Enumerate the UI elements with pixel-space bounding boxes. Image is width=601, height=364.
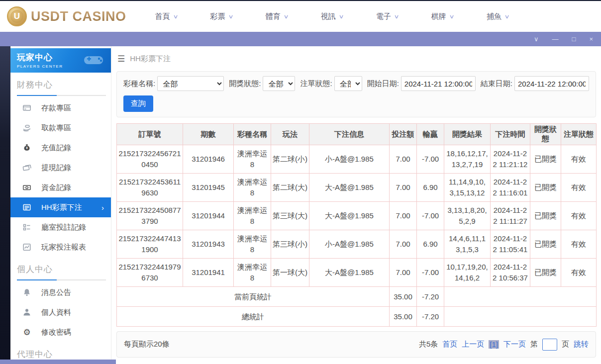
nav-item-lottery[interactable]: 彩票 ∨ — [210, 12, 233, 21]
cell-order-id: 2152173224508773790 — [117, 202, 183, 230]
jump-link[interactable]: 跳转 — [574, 340, 589, 349]
withdrawal-record-icon — [22, 163, 31, 172]
total-count: 共5条 — [419, 340, 438, 349]
table-row: 2152173224567210450 31201946 澳洲幸运8 第二球(小… — [117, 145, 597, 174]
section-title-agent: 代理中心 — [17, 349, 111, 360]
page-jump-prefix: 第 — [530, 340, 538, 349]
col-bet-time: 下注時間 — [491, 124, 530, 145]
chevron-down-icon: ∨ — [338, 13, 344, 20]
window-dropdown-icon[interactable]: ∨ — [534, 36, 539, 42]
sidebar-item-deposit[interactable]: 存款專區 — [10, 98, 111, 118]
cell-result: 3,13,1,8,20,5,2,9 — [444, 202, 491, 230]
filter-row: 彩種名稱: 全部 開獎狀態: 全部 注單狀態: 全部 開始日期: 結束日期: — [123, 76, 589, 91]
cell-amount: 7.00 — [390, 259, 417, 287]
sidebar-item-label: 存款專區 — [41, 103, 71, 113]
cell-period: 31201946 — [183, 145, 234, 174]
withdraw-icon — [22, 123, 31, 132]
summary-win-loss: -7.20 — [417, 287, 444, 307]
nav-item-home[interactable]: 首頁 ∨ — [155, 12, 178, 21]
sidebar-item-player-bet-report[interactable]: 玩家投注報表 — [10, 237, 111, 257]
section-title-personal: 個人中心 — [17, 264, 111, 275]
funds-record-icon — [22, 183, 31, 192]
breadcrumb: ☰ HH彩票下注 — [111, 46, 601, 71]
page-number-input[interactable] — [542, 339, 557, 351]
cell-draw-status: 已開獎 — [530, 259, 561, 287]
summary-label: 總統計 — [117, 307, 390, 327]
order-status-select[interactable]: 全部 — [334, 76, 362, 91]
nav-label: 彩票 — [210, 12, 225, 21]
sidebar-item-label: 提現記錄 — [41, 163, 71, 173]
sidebar-item-recharge-record[interactable]: ¥ 充值記錄 — [10, 138, 111, 158]
draw-status-select[interactable]: 全部 — [263, 76, 295, 91]
nav-item-chess[interactable]: 棋牌 ∨ — [431, 12, 454, 21]
sidebar-item-label: 取款專區 — [41, 123, 71, 133]
nav-item-sports[interactable]: 體育 ∨ — [266, 12, 288, 21]
next-page-link[interactable]: 下一页 — [503, 340, 526, 349]
main-area: 玩家中心 PLAYERS CENTER 財務中心 存款專區 取款專區 ¥ 充值記… — [0, 46, 601, 364]
menu-toggle-icon[interactable]: ☰ — [117, 54, 125, 64]
cell-order-id: 2152173224567210450 — [117, 145, 183, 174]
sidebar-item-label: 個人資料 — [41, 308, 71, 317]
sidebar-item-hh-lottery-bet[interactable]: HH彩票下注 › — [10, 197, 111, 217]
summary-empty — [444, 287, 597, 307]
col-order-id: 訂單號 — [117, 124, 183, 145]
sidebar-item-change-password[interactable]: ⚙ 修改密碼 — [10, 322, 111, 342]
col-amount: 投注額 — [390, 124, 417, 145]
player-report-icon — [22, 243, 31, 252]
sidebar-item-room-bet-record[interactable]: 廳室投註記錄 — [10, 217, 111, 237]
window-maximize-icon[interactable]: □ — [572, 36, 576, 42]
cell-lottery: 澳洲幸运8 — [234, 230, 271, 259]
nav-label: 視訊 — [321, 12, 336, 21]
section-divider — [17, 279, 106, 280]
cell-bet-time: 2024-11-22 11:16:01 — [491, 174, 530, 202]
top-navigation: U USDT CASINO 首頁 ∨ 彩票 ∨ 體育 ∨ 視訊 ∨ 電子 ∨ 棋… — [0, 0, 601, 32]
current-page-indicator: [1] — [489, 340, 499, 349]
search-button[interactable]: 查詢 — [123, 95, 153, 112]
end-date-input[interactable] — [514, 76, 589, 91]
coin-logo-icon: U — [7, 6, 27, 26]
window-minimize-icon[interactable]: — — [552, 36, 559, 42]
cell-amount: 7.00 — [390, 202, 417, 230]
cell-order-status: 有效 — [561, 174, 597, 202]
sidebar-item-profile[interactable]: 個人資料 — [10, 302, 111, 322]
cell-bet-info: 大-A盤@1.985 — [309, 174, 390, 202]
current-page-summary-row: 當前頁統計 35.00 -7.20 — [117, 287, 597, 307]
summary-amount: 35.00 — [390, 307, 417, 327]
start-date-label: 開始日期: — [367, 79, 399, 89]
cell-bet-time: 2024-11-22 10:56:37 — [491, 259, 530, 287]
start-date-input[interactable] — [401, 76, 476, 91]
col-lottery: 彩種名稱 — [234, 124, 271, 145]
cell-bet-info: 小-A盤@1.985 — [309, 230, 390, 259]
brand-logo[interactable]: U USDT CASINO — [7, 6, 126, 26]
nav-item-electronic[interactable]: 電子 ∨ — [376, 12, 399, 21]
background-strip — [0, 46, 10, 364]
brand-name: USDT CASINO — [31, 9, 126, 24]
col-draw-status: 開獎狀態 — [530, 124, 561, 145]
lottery-name-select[interactable]: 全部 — [157, 76, 224, 91]
cell-win-loss: 6.90 — [417, 174, 444, 202]
cell-bet-info: 大-A盤@1.985 — [309, 259, 390, 287]
section-divider — [17, 95, 106, 96]
nav-item-fishing[interactable]: 捕魚 ∨ — [487, 12, 509, 21]
prev-page-link[interactable]: 上一页 — [462, 340, 484, 349]
cell-order-id: 2152173224536119630 — [117, 174, 183, 202]
sidebar-item-withdrawal-record[interactable]: 提現記錄 — [10, 158, 111, 178]
game-controller-icon — [81, 52, 106, 67]
per-page-info: 每頁顯示20條 — [124, 340, 170, 349]
sidebar-item-withdraw[interactable]: 取款專區 — [10, 118, 111, 138]
cell-win-loss: -7.00 — [417, 202, 444, 230]
nav-label: 首頁 — [155, 12, 170, 21]
window-close-icon[interactable]: × — [589, 36, 593, 42]
cell-draw-status: 已開獎 — [530, 174, 561, 202]
sidebar-item-announcements[interactable]: 消息公告 — [10, 282, 111, 302]
pagination-controls: 共5条 首页 上一页 [1] 下一页 第 页 跳转 — [419, 339, 589, 351]
nav-item-video[interactable]: 視訊 ∨ — [321, 12, 343, 21]
sidebar-item-label: 消息公告 — [41, 288, 71, 297]
first-page-link[interactable]: 首页 — [442, 340, 457, 349]
sidebar-item-label: 玩家投注報表 — [41, 243, 86, 252]
cell-lottery: 澳洲幸运8 — [234, 202, 271, 230]
content-area: ☰ HH彩票下注 彩種名稱: 全部 開獎狀態: 全部 注單狀態: 全部 開始日期… — [111, 46, 601, 364]
page-title: HH彩票下注 — [130, 54, 171, 64]
sidebar-item-funds-record[interactable]: 資金記錄 — [10, 178, 111, 197]
table-row: 2152173224419796730 31201941 澳洲幸运8 第一球(大… — [117, 259, 597, 287]
